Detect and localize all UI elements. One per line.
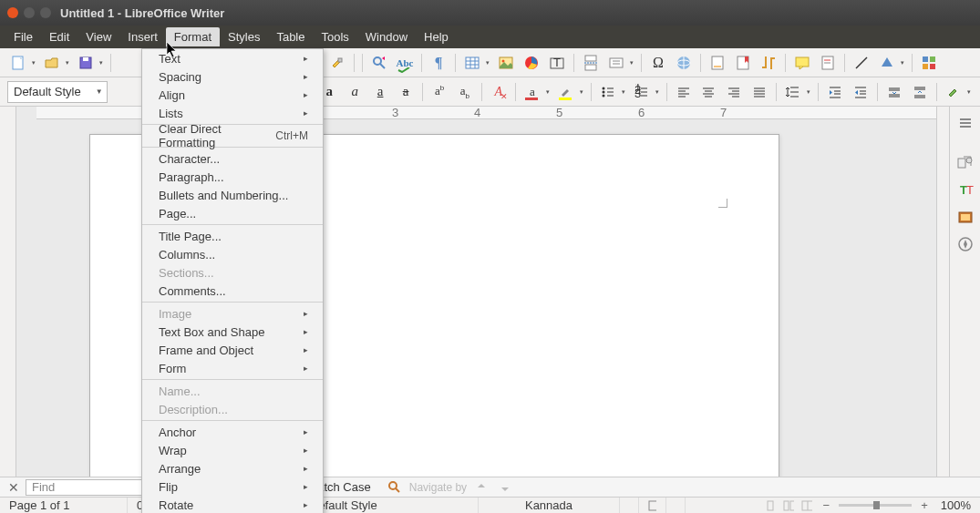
- format-menu-item[interactable]: Form▸: [142, 359, 323, 377]
- format-menu-item[interactable]: Clear Direct FormattingCtrl+M: [142, 127, 323, 145]
- hyperlink-icon[interactable]: [673, 52, 695, 74]
- increase-indent-icon[interactable]: [824, 81, 846, 103]
- table-dropdown[interactable]: ▾: [484, 52, 491, 74]
- basic-shapes-icon[interactable]: [876, 52, 898, 74]
- strikethrough-icon[interactable]: a: [395, 81, 417, 103]
- find-replace-icon[interactable]: [368, 52, 390, 74]
- menu-edit[interactable]: Edit: [41, 27, 77, 46]
- navigate-prev-icon[interactable]: [472, 479, 490, 496]
- menu-table[interactable]: Table: [268, 27, 313, 46]
- bullet-dropdown[interactable]: ▾: [620, 81, 627, 103]
- format-menu-item[interactable]: Frame and Object▸: [142, 341, 323, 359]
- clear-formatting-icon[interactable]: A✕: [488, 81, 510, 103]
- sidebar-properties-icon[interactable]: [954, 150, 977, 174]
- paragraph-style-combo[interactable]: Default Style▼: [7, 81, 108, 103]
- decrease-indent-icon[interactable]: [850, 81, 872, 103]
- menu-view[interactable]: View: [77, 27, 119, 46]
- format-menu-item[interactable]: Columns...: [142, 245, 323, 263]
- menu-insert[interactable]: Insert: [119, 27, 166, 46]
- spacing-dropdown[interactable]: ▾: [805, 81, 812, 103]
- shapes-dropdown[interactable]: ▾: [899, 52, 906, 74]
- align-center-icon[interactable]: [697, 81, 719, 103]
- new-dropdown[interactable]: ▾: [30, 52, 37, 74]
- format-menu-item[interactable]: Spacing▸: [142, 67, 323, 86]
- status-selection-mode[interactable]: [639, 498, 666, 513]
- comment-icon[interactable]: [791, 52, 813, 74]
- window-close-button[interactable]: [7, 7, 18, 18]
- bullet-list-icon[interactable]: [597, 81, 619, 103]
- format-menu-item[interactable]: Paragraph...: [142, 168, 323, 186]
- superscript-icon[interactable]: ab: [428, 81, 450, 103]
- format-menu-item[interactable]: Title Page...: [142, 227, 323, 245]
- find-close-icon[interactable]: ✕: [7, 481, 20, 494]
- format-menu-item[interactable]: Anchor▸: [142, 423, 323, 441]
- menu-tools[interactable]: Tools: [313, 27, 356, 46]
- paint-format-icon[interactable]: [943, 81, 965, 103]
- open-dropdown[interactable]: ▾: [64, 52, 71, 74]
- insert-field-icon[interactable]: [605, 52, 627, 74]
- format-menu-item[interactable]: Flip▸: [142, 477, 323, 496]
- zoom-out-icon[interactable]: −: [820, 498, 834, 512]
- menu-styles[interactable]: Styles: [220, 27, 268, 46]
- line-icon[interactable]: [851, 52, 872, 74]
- underline-icon[interactable]: a: [369, 81, 391, 103]
- paint-dropdown[interactable]: ▾: [965, 81, 973, 103]
- format-menu-item[interactable]: Lists▸: [142, 104, 323, 122]
- format-menu-item[interactable]: Align▸: [142, 86, 323, 104]
- align-right-icon[interactable]: [723, 81, 745, 103]
- view-book-icon[interactable]: [801, 500, 812, 511]
- menu-format[interactable]: Format: [166, 27, 220, 46]
- font-color-dropdown[interactable]: ▾: [544, 81, 552, 103]
- vertical-scrollbar[interactable]: [936, 107, 949, 479]
- format-menu-item[interactable]: Comments...: [142, 282, 323, 300]
- subscript-icon[interactable]: ab: [454, 81, 476, 103]
- highlight-dropdown[interactable]: ▾: [578, 81, 585, 103]
- status-language[interactable]: Kannada: [479, 498, 620, 513]
- italic-icon[interactable]: a: [344, 81, 366, 103]
- format-menu-item[interactable]: Wrap▸: [142, 441, 323, 459]
- menu-file[interactable]: File: [5, 27, 41, 46]
- draw-functions-icon[interactable]: [918, 52, 940, 74]
- bookmark-icon[interactable]: [732, 52, 754, 74]
- align-justify-icon[interactable]: [748, 81, 770, 103]
- footnote-icon[interactable]: [707, 52, 728, 74]
- status-page[interactable]: Page 1 of 1: [0, 498, 128, 513]
- format-menu-item[interactable]: Text▸: [142, 49, 323, 67]
- save-dropdown[interactable]: ▾: [98, 52, 105, 74]
- zoom-percent[interactable]: 100%: [932, 498, 980, 512]
- font-color-icon[interactable]: a: [521, 81, 543, 103]
- format-menu-item[interactable]: Page...: [142, 204, 323, 222]
- spellcheck-icon[interactable]: Abc: [394, 52, 416, 74]
- line-spacing-icon[interactable]: [782, 81, 804, 103]
- zoom-in-icon[interactable]: +: [917, 498, 932, 512]
- new-document-icon[interactable]: [7, 52, 29, 74]
- navigate-next-icon[interactable]: [496, 479, 514, 496]
- sidebar-styles-icon[interactable]: TT: [954, 178, 977, 201]
- number-dropdown[interactable]: ▾: [654, 81, 661, 103]
- format-menu-item[interactable]: Rotate▸: [142, 496, 323, 513]
- status-page-style[interactable]: Default Style: [301, 498, 479, 513]
- vertical-ruler[interactable]: [0, 107, 16, 479]
- field-dropdown[interactable]: ▾: [628, 52, 635, 74]
- save-icon[interactable]: [75, 52, 97, 74]
- track-changes-icon[interactable]: [817, 52, 839, 74]
- menu-window[interactable]: Window: [357, 27, 416, 46]
- special-char-icon[interactable]: Ω: [647, 52, 669, 74]
- formatting-marks-icon[interactable]: ¶: [428, 52, 449, 74]
- status-insert-mode[interactable]: [620, 498, 639, 513]
- format-menu-item[interactable]: Bullets and Numbering...: [142, 186, 323, 204]
- view-single-icon[interactable]: [765, 500, 776, 511]
- align-left-icon[interactable]: [673, 81, 695, 103]
- para-spacing-dec-icon[interactable]: [909, 81, 931, 103]
- format-menu-item[interactable]: Text Box and Shape▸: [142, 323, 323, 341]
- highlight-icon[interactable]: [555, 81, 577, 103]
- sidebar-navigator-icon[interactable]: [954, 232, 977, 256]
- zoom-slider[interactable]: [839, 504, 912, 507]
- sidebar-settings-icon[interactable]: [954, 110, 977, 134]
- menu-help[interactable]: Help: [416, 27, 457, 46]
- insert-textbox-icon[interactable]: T: [546, 52, 568, 74]
- open-icon[interactable]: [41, 52, 63, 74]
- page-break-icon[interactable]: [580, 52, 602, 74]
- find-other-options-icon[interactable]: [386, 479, 404, 496]
- insert-chart-icon[interactable]: [521, 52, 542, 74]
